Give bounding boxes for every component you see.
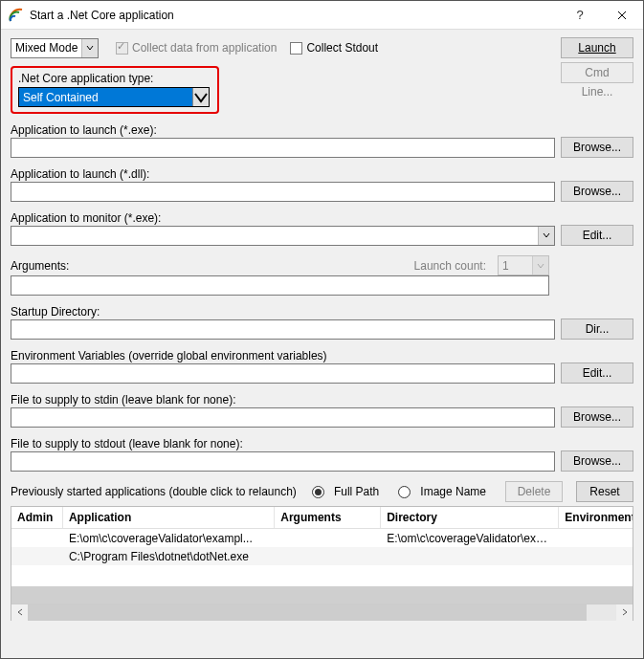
env-vars-input[interactable] <box>11 363 555 384</box>
arguments-input[interactable] <box>11 275 549 296</box>
image-name-label: Image Name <box>420 485 486 498</box>
chevron-down-icon <box>538 227 554 245</box>
th-application[interactable]: Application <box>63 507 275 528</box>
th-admin[interactable]: Admin <box>11 507 63 528</box>
full-path-label: Full Path <box>334 485 379 498</box>
app-monitor-dropdown[interactable] <box>11 226 555 246</box>
stdout-label: File to supply to stdout (leave blank fo… <box>11 437 243 450</box>
th-environment[interactable]: Environment <box>559 507 633 528</box>
th-directory[interactable]: Directory <box>381 507 559 528</box>
browse-exe-button[interactable]: Browse... <box>561 137 633 158</box>
app-dll-label: Application to launch (*.dll): <box>11 167 149 181</box>
table-row[interactable]: C:\Program Files\dotnet\dotNet.exe <box>11 547 633 565</box>
launch-count-label: Launch count: <box>414 259 486 273</box>
launch-count-dropdown: 1 <box>498 255 549 275</box>
env-vars-label: Environment Variables (override global e… <box>11 349 327 362</box>
edit-monitor-button[interactable]: Edit... <box>561 225 633 246</box>
previous-apps-table[interactable]: Admin Application Arguments Directory En… <box>11 506 633 621</box>
image-name-radio[interactable] <box>398 486 411 498</box>
startup-dir-input[interactable] <box>11 319 555 340</box>
reset-button[interactable]: Reset <box>576 481 633 502</box>
close-button[interactable] <box>601 1 643 30</box>
titlebar: Start a .Net Core application ? <box>1 1 643 30</box>
app-type-dropdown[interactable]: Self Contained <box>18 87 210 107</box>
help-button[interactable]: ? <box>559 1 601 30</box>
delete-button: Delete <box>505 481 563 502</box>
full-path-radio[interactable] <box>312 486 324 498</box>
browse-stdout-button[interactable]: Browse... <box>561 450 633 472</box>
app-icon <box>9 8 24 23</box>
cmdline-button[interactable]: Cmd Line... <box>561 62 633 83</box>
previous-label: Previously started applications (double … <box>11 485 306 498</box>
stdin-label: File to supply to stdin (leave blank for… <box>11 393 235 406</box>
app-dll-input[interactable] <box>11 182 555 202</box>
table-row[interactable]: E:\om\c\coverageValidator\exampl... E:\o… <box>11 529 633 547</box>
scroll-right-icon[interactable] <box>616 604 633 621</box>
table-empty-area <box>11 586 633 604</box>
th-arguments[interactable]: Arguments <box>275 507 381 528</box>
browse-stdin-button[interactable]: Browse... <box>561 406 633 428</box>
chevron-down-icon <box>532 256 548 275</box>
scroll-thumb[interactable] <box>28 604 587 621</box>
app-type-group: .Net Core application type: Self Contain… <box>11 66 219 114</box>
launch-button[interactable]: Launch <box>561 37 633 58</box>
window-title: Start a .Net Core application <box>30 9 559 22</box>
chevron-down-icon <box>192 88 209 106</box>
collect-stdout-checkbox[interactable] <box>290 42 302 55</box>
arguments-label: Arguments: <box>11 259 409 273</box>
collect-stdout-label: Collect Stdout <box>306 41 378 55</box>
app-type-label: .Net Core application type: <box>18 72 211 85</box>
browse-dll-button[interactable]: Browse... <box>561 181 633 202</box>
chevron-down-icon <box>81 39 98 57</box>
mode-dropdown[interactable]: Mixed Mode <box>11 38 99 58</box>
stdout-input[interactable] <box>11 451 555 472</box>
app-exe-input[interactable] <box>11 138 555 158</box>
startup-dir-label: Startup Directory: <box>11 305 100 319</box>
horizontal-scrollbar[interactable] <box>11 604 633 620</box>
stdin-input[interactable] <box>11 407 555 428</box>
app-monitor-label: Application to monitor (*.exe): <box>11 211 161 225</box>
edit-env-button[interactable]: Edit... <box>561 362 633 384</box>
collect-data-checkbox <box>116 42 128 55</box>
collect-data-label: Collect data from application <box>132 41 277 55</box>
dir-button[interactable]: Dir... <box>561 319 633 340</box>
scroll-left-icon[interactable] <box>11 604 28 621</box>
app-exe-label: Application to launch (*.exe): <box>11 123 157 137</box>
